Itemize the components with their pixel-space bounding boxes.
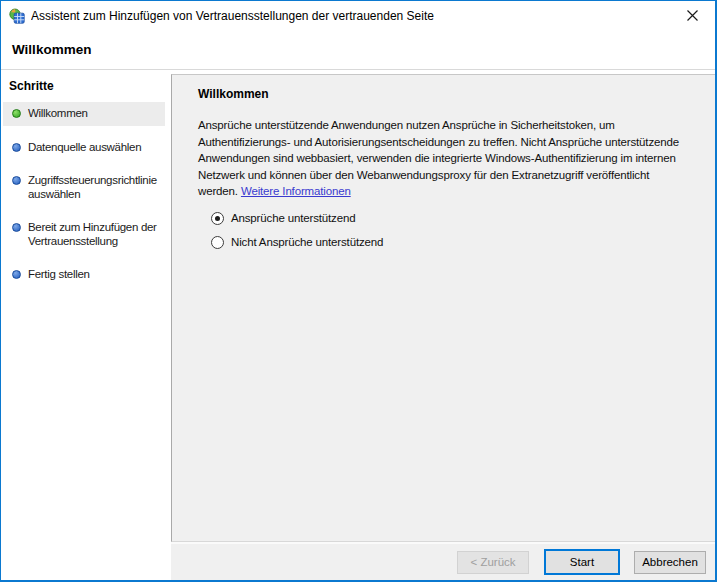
intro-text: Ansprüche unterstützende Anwendungen nut… xyxy=(198,117,707,200)
step-pending-icon xyxy=(12,270,21,279)
intro-text-line: werden. Weitere Informationen xyxy=(198,183,707,200)
back-button[interactable]: < Zurück xyxy=(457,551,529,574)
intro-text-line: Ansprüche unterstützende Anwendungen nut… xyxy=(198,117,707,134)
page-header: Willkommen xyxy=(1,30,715,70)
steps-sidebar: Schritte Willkommen Datenquelle auswähle… xyxy=(1,70,171,580)
content-pane: Willkommen Ansprüche unterstützende Anwe… xyxy=(171,74,715,542)
close-icon xyxy=(687,10,698,21)
radio-option-claims-aware[interactable]: Ansprüche unterstützend xyxy=(211,212,707,225)
radio-selected-icon xyxy=(211,212,224,225)
content-heading: Willkommen xyxy=(198,87,707,101)
cancel-button[interactable]: Abbrechen xyxy=(634,551,706,574)
intro-text-line: Netzwerk und können über den Webanwendun… xyxy=(198,167,707,184)
intro-text-line: Anwendungen sind webbasiert, verwenden d… xyxy=(198,150,707,167)
step-item-zugriffssteuerung: Zugriffssteuerungsrichtlinie auswählen xyxy=(3,169,165,206)
steps-title: Schritte xyxy=(9,79,171,93)
radio-unselected-icon xyxy=(211,236,224,249)
trust-type-options: Ansprüche unterstützend Nicht Ansprüche … xyxy=(211,212,707,249)
step-pending-icon xyxy=(12,143,21,152)
main-column: Willkommen Ansprüche unterstützende Anwe… xyxy=(171,70,715,580)
wizard-window: Assistent zum Hinzufügen von Vertrauenss… xyxy=(0,0,717,582)
step-pending-icon xyxy=(12,223,21,232)
more-info-link[interactable]: Weitere Informationen xyxy=(241,185,351,197)
button-bar: < Zurück Start Abbrechen xyxy=(171,542,715,580)
adfs-wizard-icon xyxy=(9,8,25,24)
page-title: Willkommen xyxy=(12,42,91,57)
step-item-bereit: Bereit zum Hinzufügen der Vertrauensstel… xyxy=(3,216,165,253)
step-item-willkommen: Willkommen xyxy=(3,102,165,126)
step-item-fertig: Fertig stellen xyxy=(3,263,165,287)
step-current-icon xyxy=(12,109,21,118)
start-button[interactable]: Start xyxy=(544,549,620,575)
body: Schritte Willkommen Datenquelle auswähle… xyxy=(1,70,715,580)
radio-option-non-claims-aware[interactable]: Nicht Ansprüche unterstützend xyxy=(211,236,707,249)
step-item-datenquelle: Datenquelle auswählen xyxy=(3,136,165,160)
titlebar: Assistent zum Hinzufügen von Vertrauenss… xyxy=(1,1,715,30)
close-button[interactable] xyxy=(670,1,715,30)
step-pending-icon xyxy=(12,176,21,185)
window-title: Assistent zum Hinzufügen von Vertrauenss… xyxy=(31,9,434,23)
intro-text-line: Authentifizierungs- und Autorisierungsen… xyxy=(198,134,707,151)
